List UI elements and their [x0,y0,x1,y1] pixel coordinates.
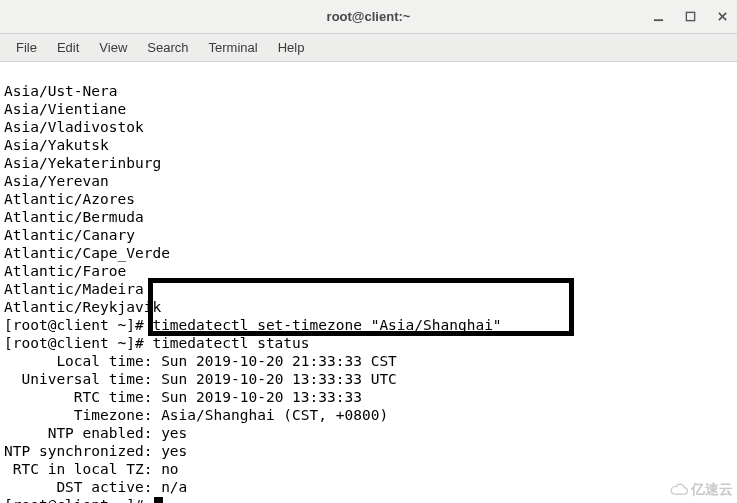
menu-help[interactable]: Help [268,36,315,59]
tz-line: Atlantic/Madeira [4,281,144,297]
menu-file[interactable]: File [6,36,47,59]
status-label: DST active: [4,479,161,495]
tz-line: Asia/Yekaterinburg [4,155,161,171]
status-value: Asia/Shanghai (CST, +0800) [161,407,388,423]
status-label: NTP synchronized: [4,443,161,459]
status-label: Timezone: [4,407,161,423]
tz-line: Atlantic/Canary [4,227,135,243]
tz-line: Atlantic/Faroe [4,263,126,279]
status-value: Sun 2019-10-20 13:33:33 [161,389,362,405]
status-value: Sun 2019-10-20 13:33:33 UTC [161,371,397,387]
tz-line: Asia/Vientiane [4,101,126,117]
prompt: [root@client ~]# [4,317,152,333]
tz-line: Asia/Yerevan [4,173,109,189]
status-label: RTC time: [4,389,161,405]
title-bar: root@client:~ [0,0,737,34]
tz-line: Atlantic/Azores [4,191,135,207]
menu-terminal[interactable]: Terminal [199,36,268,59]
maximize-button[interactable] [683,10,697,24]
status-value: n/a [161,479,187,495]
prompt: [root@client ~]# [4,497,152,503]
cursor-icon [154,497,163,503]
prompt: [root@client ~]# [4,335,152,351]
terminal-output[interactable]: Asia/Ust-Nera Asia/Vientiane Asia/Vladiv… [0,62,737,503]
tz-line: Atlantic/Reykjavik [4,299,161,315]
status-value: Sun 2019-10-20 21:33:33 CST [161,353,397,369]
status-value: yes [161,425,187,441]
cloud-icon [669,483,689,497]
svg-rect-1 [686,12,694,20]
minimize-button[interactable] [651,10,665,24]
command: timedatectl set-timezone "Asia/Shanghai" [152,317,501,333]
command: timedatectl status [152,335,309,351]
status-value: no [161,461,178,477]
menu-bar: File Edit View Search Terminal Help [0,34,737,62]
watermark: 亿速云 [669,481,733,499]
status-label: Local time: [4,353,161,369]
tz-line: Asia/Yakutsk [4,137,109,153]
menu-view[interactable]: View [89,36,137,59]
close-button[interactable] [715,10,729,24]
tz-line: Asia/Vladivostok [4,119,144,135]
status-value: yes [161,443,187,459]
window-controls [651,0,729,33]
tz-line: Atlantic/Cape_Verde [4,245,170,261]
watermark-text: 亿速云 [691,481,733,499]
menu-edit[interactable]: Edit [47,36,89,59]
tz-line: Atlantic/Bermuda [4,209,144,225]
status-label: Universal time: [4,371,161,387]
menu-search[interactable]: Search [137,36,198,59]
status-label: NTP enabled: [4,425,161,441]
status-label: RTC in local TZ: [4,461,161,477]
tz-line: Asia/Ust-Nera [4,83,118,99]
window-title: root@client:~ [327,9,411,24]
